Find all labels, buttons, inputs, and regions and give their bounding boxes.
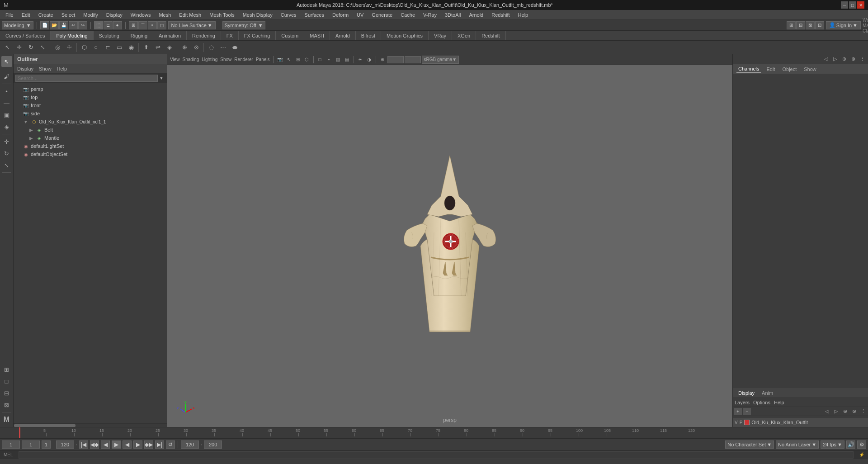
layers-icon4[interactable]: ⊗ (850, 407, 858, 416)
outliner-item-side[interactable]: 📷 side (14, 109, 167, 118)
mode-tab-custom[interactable]: Custom (276, 31, 304, 40)
outliner-search-options[interactable]: ▼ (158, 75, 165, 82)
next-frame-btn[interactable]: ▶ (133, 440, 142, 449)
new-scene-btn[interactable]: 📄 (40, 21, 49, 29)
undo-btn[interactable]: ↩ (69, 21, 78, 29)
layer-visibility[interactable]: V (735, 420, 738, 425)
mode-tab-fx-caching[interactable]: FX Caching (239, 31, 276, 40)
next-key-btn[interactable]: ◆▶ (144, 440, 153, 449)
gamma-value[interactable]: 1.00 (405, 56, 421, 63)
display-tab[interactable]: Display (736, 389, 756, 397)
frame-start-field[interactable]: 1 (2, 440, 20, 449)
frame-sel-field[interactable] (42, 440, 51, 449)
paint-btn[interactable]: ● (113, 21, 122, 29)
vp-cam-btn[interactable]: 📷 (276, 56, 284, 64)
poly-sphere-btn[interactable]: ○ (90, 42, 101, 53)
select-tool-btn[interactable]: ↖ (2, 42, 13, 53)
mode-dropdown[interactable]: Modeling ▼ (2, 21, 33, 29)
range-start-field[interactable] (56, 440, 74, 449)
last-frame-btn[interactable]: ▶| (155, 440, 164, 449)
menu-item-help[interactable]: Help (514, 11, 532, 19)
combine-btn[interactable]: ⊕ (179, 42, 190, 53)
vp-shade3[interactable]: ▧ (334, 56, 342, 64)
vp-light-btn[interactable]: ☀ (356, 56, 364, 64)
menu-item-create[interactable]: Create (35, 11, 57, 19)
menu-item-file[interactable]: File (2, 11, 17, 19)
menu-item-mesh[interactable]: Mesh (155, 11, 175, 19)
timeline-playhead[interactable] (19, 427, 20, 438)
bb-extra-btn[interactable]: ⚙ (857, 440, 866, 449)
viewport-shading-menu[interactable]: Shading (182, 56, 200, 64)
poly-plane-btn[interactable]: ▭ (114, 42, 125, 53)
outliner-show-menu[interactable]: Show (37, 66, 53, 72)
mode-tab-fx[interactable]: FX (221, 31, 239, 40)
maximize-button[interactable]: □ (849, 1, 856, 9)
menu-item-mesh-tools[interactable]: Mesh Tools (206, 11, 238, 19)
vp-select-btn[interactable]: ↖ (285, 56, 293, 64)
select-mode-btn[interactable]: ↖ (1, 56, 12, 67)
vp-snap-btn[interactable]: ⊞ (294, 56, 302, 64)
viewport-panels-menu[interactable]: Panels (255, 56, 271, 64)
outliner-item-belt[interactable]: ▶ ◈ Belt (14, 126, 167, 134)
rp-icon3[interactable]: ⊕ (840, 55, 848, 63)
edit-tab[interactable]: Edit (764, 66, 777, 73)
outliner-scrollbar[interactable] (14, 423, 167, 427)
menu-item-v-ray[interactable]: V-Ray (420, 11, 440, 19)
exposure-value[interactable]: 0.00 (387, 56, 404, 63)
outliner-item-group[interactable]: ▼ ⬡ Old_Ku_Klux_Klan_Outfit_ncl1_1 (14, 118, 167, 126)
audio-btn[interactable]: 🔊 (846, 440, 855, 449)
edge-mode-btn[interactable]: — (1, 98, 12, 109)
viewport-renderer-menu[interactable]: Renderer (233, 56, 254, 64)
snap-curve-btn[interactable]: ⌒ (138, 21, 147, 29)
vp-iso-btn[interactable]: ⬡ (303, 56, 311, 64)
play-back-btn[interactable]: ◀ (123, 440, 132, 449)
outliner-item-lightset[interactable]: ◉ defaultLightSet (14, 142, 167, 150)
face-mode-btn[interactable]: ▣ (1, 109, 12, 120)
fps-dropdown[interactable]: 24 fps ▼ (821, 440, 844, 449)
quad-layout-btn[interactable]: ⊞ (1, 364, 12, 375)
mode-tab-poly-modeling[interactable]: Poly Modeling (51, 31, 93, 40)
single-layout-btn[interactable]: □ (1, 376, 12, 387)
frame-current-field[interactable]: 1 (22, 440, 40, 449)
menu-item-windows[interactable]: Windows (127, 11, 155, 19)
view-opt2[interactable]: ⊟ (796, 21, 805, 29)
menu-item-3dtoall[interactable]: 3DtoAll (441, 11, 464, 19)
separate-btn[interactable]: ⊗ (191, 42, 202, 53)
paint-select-btn[interactable]: 🖌 (1, 71, 12, 82)
exposure-btn[interactable]: ⊕ (378, 56, 387, 64)
menu-item-arnold[interactable]: Arnold (465, 11, 487, 19)
outliner-item-front[interactable]: 📷 front (14, 101, 167, 109)
poly-torus-btn[interactable]: ◉ (126, 42, 137, 53)
sign-in-button[interactable]: 👤 Sign In ▼ (826, 21, 861, 29)
layout3-btn[interactable]: ⊟ (1, 388, 12, 398)
layers-icon3[interactable]: ⊕ (841, 407, 849, 416)
menu-item-modify[interactable]: Modify (80, 11, 101, 19)
menu-item-cache[interactable]: Cache (397, 11, 419, 19)
vp-shade1[interactable]: □ (316, 56, 324, 64)
show-tab[interactable]: Show (802, 66, 818, 73)
bridge-btn[interactable]: ⇌ (152, 42, 163, 53)
loop-btn[interactable]: ↺ (166, 440, 175, 449)
command-input[interactable] (19, 451, 854, 459)
rotate-tool-btn[interactable]: ↻ (1, 148, 12, 159)
first-frame-btn[interactable]: |◀ (79, 440, 88, 449)
menu-item-uv[interactable]: UV (353, 11, 367, 19)
mode-tab-rigging[interactable]: Rigging (125, 31, 153, 40)
show-manip-btn[interactable]: ☩ (64, 42, 75, 53)
outliner-item-persp[interactable]: 📷 persp (14, 85, 167, 93)
del-layer-btn[interactable]: − (743, 408, 751, 415)
channels-tab[interactable]: Channels (736, 65, 761, 73)
play-fwd-btn[interactable]: ▶ (112, 440, 121, 449)
snap-view-btn[interactable]: ◻ (157, 21, 166, 29)
no-live-surface-dropdown[interactable]: No Live Surface ▼ (168, 21, 216, 29)
mode-tab-rendering[interactable]: Rendering (187, 31, 221, 40)
menu-item-deform[interactable]: Deform (329, 11, 352, 19)
prev-frame-btn[interactable]: ◀ (101, 440, 110, 449)
mode-tab-motion-graphics[interactable]: Motion Graphics (381, 31, 429, 40)
menu-item-edit-mesh[interactable]: Edit Mesh (175, 11, 205, 19)
range-end-field[interactable] (181, 440, 199, 449)
translate-btn[interactable]: ✛ (14, 42, 24, 53)
vp-shade4[interactable]: ▤ (343, 56, 351, 64)
layout4-btn[interactable]: ⊠ (1, 399, 12, 410)
viewport-canvas[interactable]: persp X Y Z (167, 65, 732, 427)
